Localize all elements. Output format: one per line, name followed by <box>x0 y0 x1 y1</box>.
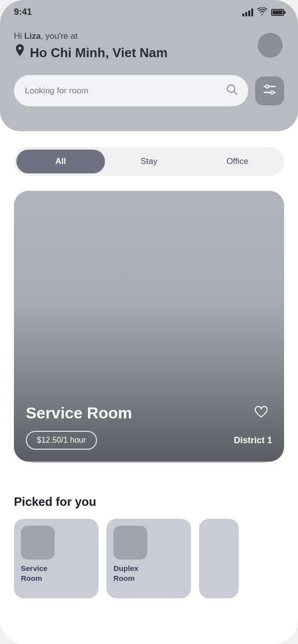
location-text: Ho Chi Minh, Viet Nam <box>30 45 168 61</box>
avatar[interactable] <box>256 31 284 59</box>
favorite-button[interactable] <box>250 402 272 424</box>
tabs-section: All Stay Office <box>0 131 298 186</box>
svg-point-3 <box>266 85 269 88</box>
search-row <box>14 75 284 106</box>
picked-card-label-1: ServiceRoom <box>14 564 99 590</box>
status-icons <box>242 7 284 17</box>
picked-card-1[interactable]: ServiceRoom <box>14 519 99 598</box>
picked-card-3[interactable] <box>199 519 239 598</box>
wifi-icon <box>257 7 267 17</box>
status-time: 9:41 <box>14 7 32 17</box>
location-pin-icon <box>14 44 26 61</box>
card-stack: Service Room $12.50/1 hour <box>14 191 284 479</box>
signal-icon <box>242 8 253 16</box>
filter-icon <box>263 84 276 98</box>
tabs-container: All Stay Office <box>14 147 284 176</box>
svg-line-1 <box>234 91 237 94</box>
card-title-row: Service Room <box>26 402 272 424</box>
search-input[interactable] <box>25 86 220 96</box>
search-bar[interactable] <box>14 75 248 106</box>
card-meta-row: $12.50/1 hour District 1 <box>26 431 272 450</box>
price-badge: $12.50/1 hour <box>26 431 97 450</box>
cards-section: Service Room $12.50/1 hour <box>0 186 298 479</box>
tab-all[interactable]: All <box>16 150 105 173</box>
picked-card-label-2: DuplexRoom <box>106 564 191 590</box>
phone-frame: 9:41 <box>0 0 298 644</box>
picked-title: Picked for you <box>14 495 284 509</box>
greeting-section: Hi Liza, you're at Ho Chi Minh, Viet Nam <box>14 31 256 61</box>
battery-icon <box>271 9 284 16</box>
status-bar: 9:41 <box>0 0 298 22</box>
svg-point-5 <box>271 91 274 94</box>
picked-card-2[interactable]: DuplexRoom <box>106 519 191 598</box>
picked-cards-row: ServiceRoom DuplexRoom <box>14 519 284 598</box>
district-text: District 1 <box>234 435 272 446</box>
user-name: Liza <box>24 31 41 41</box>
location-row: Ho Chi Minh, Viet Nam <box>14 44 256 61</box>
header: Hi Liza, you're at Ho Chi Minh, Viet Nam <box>0 22 298 131</box>
card-title: Service Room <box>26 404 132 422</box>
tab-office[interactable]: Office <box>193 150 282 173</box>
picked-card-image-2 <box>113 526 147 560</box>
picked-card-image-1 <box>21 526 55 560</box>
heart-icon <box>254 405 268 421</box>
featured-card[interactable]: Service Room $12.50/1 hour <box>14 191 284 462</box>
search-icon <box>226 84 237 97</box>
greeting-text: Hi Liza, you're at <box>14 31 256 41</box>
picked-section: Picked for you ServiceRoom DuplexRoom <box>0 479 298 608</box>
card-content: Service Room $12.50/1 hour <box>14 392 284 462</box>
tab-stay[interactable]: Stay <box>105 150 194 173</box>
filter-button[interactable] <box>255 77 284 105</box>
